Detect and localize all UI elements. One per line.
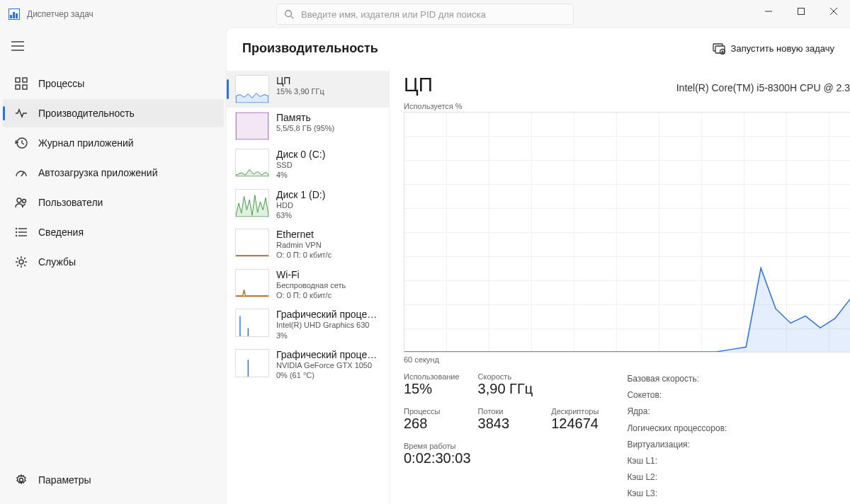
perf-item-sub1: NVIDIA GeForce GTX 1050 [276, 360, 380, 370]
svg-point-24 [20, 479, 23, 482]
nav-startup[interactable]: Автозагрузка приложений [3, 159, 224, 187]
nav-performance[interactable]: Производительность [3, 99, 224, 127]
stat-threads-value: 3843 [478, 416, 533, 432]
perf-thumb [235, 149, 269, 177]
run-task-icon [713, 42, 725, 55]
settings-icon [14, 473, 28, 487]
perf-item-6[interactable]: Графический процессор 0 Intel(R) UHD Gra… [227, 304, 389, 345]
run-task-button[interactable]: Запустить новую задачу [713, 42, 834, 55]
info-cores: Ядра: [627, 405, 727, 418]
svg-rect-10 [23, 78, 27, 82]
perf-thumb [235, 309, 269, 337]
nav-history[interactable]: Журнал приложений [3, 129, 224, 157]
users-icon [14, 195, 28, 210]
stat-processes-value: 268 [404, 416, 460, 432]
cpu-model: Intel(R) Core(TM) i5-8300H CPU @ 2.3 [676, 82, 850, 93]
svg-rect-9 [16, 78, 20, 82]
nav-label: Процессы [38, 78, 84, 89]
svg-rect-11 [16, 85, 20, 89]
app-icon [8, 8, 20, 20]
close-button[interactable] [817, 0, 850, 23]
stat-speed-label: Скорость [478, 372, 533, 381]
perf-item-sub2: 4% [276, 170, 325, 180]
nav-label: Автозагрузка приложений [38, 167, 158, 178]
search-input[interactable] [301, 9, 566, 20]
perf-item-5[interactable]: Wi-Fi Беспроводная сеть О: 0 П: 0 кбит/с [227, 265, 389, 305]
perf-item-sub1: HDD [276, 200, 325, 210]
stat-processes-label: Процессы [404, 407, 460, 416]
detail-title: ЦП [404, 74, 676, 96]
minimize-button[interactable] [752, 0, 785, 23]
perf-thumb [235, 75, 269, 103]
perf-item-1[interactable]: Память 5,5/5,8 ГБ (95%) [227, 108, 389, 144]
perf-item-name: ЦП [276, 75, 324, 86]
stat-uptime-value: 0:02:30:03 [404, 450, 599, 466]
perf-item-sub1: Radmin VPN [276, 240, 332, 250]
perf-item-name: Графический процессор 1 [276, 349, 380, 360]
perf-item-name: Ethernet [276, 229, 332, 240]
perf-item-sub1: 15% 3,90 ГГц [276, 86, 324, 96]
page-title: Производительность [242, 41, 713, 56]
svg-point-15 [17, 198, 21, 202]
svg-point-16 [23, 200, 26, 203]
perf-item-sub2: 3% [276, 331, 380, 340]
gear-icon [14, 255, 28, 269]
stat-handles-value: 124674 [551, 416, 599, 432]
perf-item-sub2: О: 0 П: 0 кбит/с [276, 250, 332, 260]
info-base-speed: Базовая скорость: [627, 372, 727, 386]
perf-item-3[interactable]: Диск 1 (D:) HDD 63% [227, 185, 389, 225]
history-icon [14, 136, 28, 150]
stat-speed-value: 3,90 ГГц [478, 381, 533, 397]
svg-rect-12 [23, 85, 27, 89]
perf-item-2[interactable]: Диск 0 (C:) SSD 4% [227, 144, 389, 185]
perf-list: ЦП 15% 3,90 ГГц Память 5,5/5,8 ГБ (95%) … [227, 68, 390, 504]
run-task-label: Запустить новую задачу [731, 43, 834, 54]
perf-item-name: Wi-Fi [276, 269, 346, 280]
perf-thumb [235, 269, 269, 297]
hamburger-button[interactable] [0, 37, 227, 58]
sidebar: Процессы Производительность Журнал прило… [0, 28, 227, 504]
app-title: Диспетчер задач [27, 9, 94, 19]
nav-settings[interactable]: Параметры [3, 466, 224, 494]
perf-item-0[interactable]: ЦП 15% 3,90 ГГц [227, 71, 389, 108]
nav-processes[interactable]: Процессы [3, 69, 224, 98]
info-l3: Кэш L3: [627, 487, 727, 500]
svg-point-0 [285, 11, 292, 17]
maximize-button[interactable] [785, 0, 817, 23]
grid-icon [14, 76, 28, 91]
svg-point-20 [16, 229, 17, 229]
chart-axis-label: 60 секунд [404, 355, 850, 364]
perf-item-name: Графический процессор 0 [276, 309, 380, 320]
info-l2: Кэш L2: [627, 471, 727, 484]
info-virtualization: Виртуализация: [627, 438, 727, 452]
perf-item-name: Память [276, 112, 334, 123]
chart-top-label: Используется % [404, 102, 850, 110]
gauge-icon [14, 166, 28, 180]
nav-details[interactable]: Сведения [3, 218, 224, 246]
perf-item-sub1: Intel(R) UHD Graphics 630 [276, 320, 380, 330]
stat-usage-label: Использование [404, 372, 460, 381]
perf-thumb [235, 112, 269, 140]
perf-thumb [235, 229, 269, 257]
nav-label: Журнал приложений [38, 137, 134, 149]
perf-item-sub1: Беспроводная сеть [276, 280, 346, 290]
perf-item-sub2: 0% (61 °C) [276, 370, 380, 380]
cpu-chart [404, 112, 850, 353]
stat-handles-label: Дескрипторы [551, 407, 599, 416]
svg-rect-3 [798, 8, 805, 15]
nav-label: Производительность [38, 108, 135, 119]
pulse-icon [14, 106, 28, 120]
search-icon [284, 9, 294, 19]
perf-item-4[interactable]: Ethernet Radmin VPN О: 0 П: 0 кбит/с [227, 224, 389, 265]
search-box[interactable] [276, 4, 574, 25]
info-l1: Кэш L1: [627, 454, 727, 468]
nav-services[interactable]: Службы [3, 248, 224, 276]
nav-users[interactable]: Пользователи [3, 188, 224, 217]
svg-point-22 [16, 236, 17, 236]
perf-item-name: Диск 0 (C:) [276, 149, 325, 160]
perf-item-sub2: 63% [276, 210, 325, 220]
perf-item-sub1: SSD [276, 160, 325, 170]
perf-item-sub1: 5,5/5,8 ГБ (95%) [276, 123, 334, 133]
perf-item-7[interactable]: Графический процессор 1 NVIDIA GeForce G… [227, 345, 389, 385]
nav-label: Службы [38, 256, 76, 268]
